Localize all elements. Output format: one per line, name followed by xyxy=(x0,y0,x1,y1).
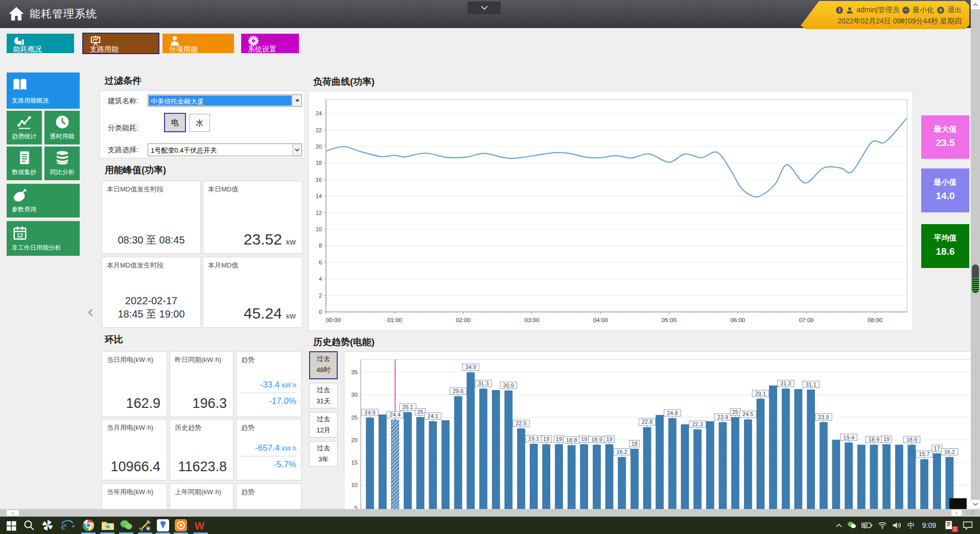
filter-heading: 过滤条件 xyxy=(105,75,142,87)
caret-down-icon xyxy=(295,100,299,102)
building-label: 建筑名称: xyxy=(108,96,138,106)
action-center-icon[interactable] xyxy=(963,521,973,530)
huanbi-card-r1c0: 当月用电(kW·h)10966.4 xyxy=(102,419,167,480)
wechat-icon[interactable] xyxy=(120,519,133,532)
month-md-date: 2022-02-17 xyxy=(102,295,200,307)
sidebar-item-2[interactable]: 逐时用能 xyxy=(44,111,80,144)
dish-icon xyxy=(12,188,28,204)
home-icon[interactable] xyxy=(8,5,25,22)
tab-branch[interactable]: 支路用能 xyxy=(83,34,158,53)
taskbar: eW 中 9:09 1 xyxy=(0,517,980,534)
resize-grip: ⋰ xyxy=(966,510,978,516)
wifi-icon[interactable] xyxy=(878,522,887,529)
tab-settings[interactable]: 系统设置 xyxy=(241,34,299,53)
minimize-label[interactable]: 最小化 xyxy=(913,6,934,15)
system-tray: 中 9:09 1 xyxy=(836,517,973,534)
svg-text:29.1: 29.1 xyxy=(755,391,766,397)
scroll-left-arrow[interactable]: ‹ xyxy=(7,510,19,516)
sidebar-item-6[interactable]: 12非工作日用能分析 xyxy=(7,221,80,256)
tray-chevron-icon[interactable] xyxy=(836,523,842,527)
user-name: admin|管理员 xyxy=(856,6,899,15)
svg-text:25: 25 xyxy=(732,409,738,415)
peak-card-month-md: 本月MD值 45.24 kW xyxy=(203,257,302,328)
logout-label[interactable]: 退出 xyxy=(947,6,962,15)
svg-text:14: 14 xyxy=(316,193,322,199)
sidebar-collapse-handle[interactable]: ‹ xyxy=(87,300,97,323)
scroll-down-arrow[interactable] xyxy=(971,500,980,509)
history-heading: 历史趋势(电能) xyxy=(313,336,375,348)
tab-overview[interactable]: 能耗概况 xyxy=(7,34,74,53)
ie-icon[interactable]: e xyxy=(60,519,74,532)
user-icon xyxy=(846,7,853,14)
chevron-down-icon xyxy=(481,6,488,10)
clock[interactable]: 9:09 xyxy=(922,521,936,529)
svg-text:0: 0 xyxy=(319,309,322,315)
svg-text:07:00: 07:00 xyxy=(799,317,814,323)
svg-text:25: 25 xyxy=(417,409,424,415)
scroll-up-arrow[interactable] xyxy=(971,0,980,9)
svg-text:16.2: 16.2 xyxy=(944,449,955,455)
svg-text:08:00: 08:00 xyxy=(868,317,882,323)
horizontal-scrollbar[interactable]: ‹ › ⋰ xyxy=(0,509,980,517)
vertical-scrollbar[interactable] xyxy=(971,0,980,509)
svg-text:06:00: 06:00 xyxy=(730,317,745,323)
huanbi-card-r1c2: 趋势-657.4 kW·h-5.7% xyxy=(236,419,301,480)
svg-text:12: 12 xyxy=(17,232,24,238)
energy-option-water[interactable]: 水 xyxy=(189,114,210,132)
range-button-31天[interactable]: 过去31天 xyxy=(309,383,338,408)
pinwheel-icon[interactable] xyxy=(41,519,54,532)
building-value: 中美信托金融大厦 xyxy=(149,95,292,106)
notification-icon[interactable]: 1 xyxy=(944,520,954,530)
svg-text:19.4: 19.4 xyxy=(843,434,854,441)
devtool-icon[interactable] xyxy=(138,519,152,532)
svg-text:24.8: 24.8 xyxy=(667,410,678,416)
peak-heading: 用能峰值(功率) xyxy=(105,164,166,176)
scroll-right-arrow[interactable]: › xyxy=(951,510,962,516)
tray-wechat-icon[interactable] xyxy=(847,521,856,530)
vertical-scroll-thumb[interactable] xyxy=(972,264,979,293)
peak-card-today-md: 本日MD值 23.52 kW xyxy=(203,181,302,254)
branch-select-arrow[interactable] xyxy=(292,144,301,156)
wps-icon[interactable]: W xyxy=(194,519,207,532)
building-select[interactable]: 中美信托金融大厦 xyxy=(148,94,302,107)
stat-min: 最小值14.0 xyxy=(921,168,969,212)
sidebar-item-0[interactable]: 支路用能概况 xyxy=(7,72,80,109)
range-button-3年[interactable]: 过去3年 xyxy=(309,441,338,467)
header-collapse-button[interactable] xyxy=(468,2,501,14)
minimize-icon[interactable]: − xyxy=(902,7,909,14)
volume-icon[interactable] xyxy=(892,521,901,529)
branch-value: 1号配变0.4千伏总开关 xyxy=(149,144,292,155)
stat-avg: 平均值18.6 xyxy=(921,224,969,268)
sidebar-item-5[interactable]: 参数查询 xyxy=(7,184,80,217)
ime-indicator[interactable]: 中 xyxy=(907,521,915,530)
range-button-12月[interactable]: 过去12月 xyxy=(309,412,338,438)
svg-text:01:00: 01:00 xyxy=(387,317,402,323)
loadcurve-heading: 负荷曲线(功率) xyxy=(313,76,375,88)
energy-label: 分类能耗: xyxy=(108,124,138,133)
app-title: 能耗管理系统 xyxy=(30,7,97,21)
info-icon[interactable]: i xyxy=(836,7,843,14)
svg-text:24: 24 xyxy=(316,110,322,116)
tooltip-box xyxy=(949,498,967,509)
search-icon[interactable] xyxy=(22,519,36,532)
battery-icon[interactable] xyxy=(861,522,873,529)
chrome-icon[interactable] xyxy=(82,519,95,532)
windows-start-icon[interactable] xyxy=(5,519,18,532)
building-select-arrow[interactable] xyxy=(292,95,301,106)
branch-select[interactable]: 1号配变0.4千伏总开关 xyxy=(148,143,302,156)
document-icon xyxy=(17,150,32,165)
svg-text:31.3: 31.3 xyxy=(478,380,488,386)
teambition-icon[interactable] xyxy=(156,519,170,532)
folder-icon[interactable] xyxy=(101,519,114,532)
sidebar-item-1[interactable]: 趋势统计 xyxy=(7,111,42,144)
svg-text:25: 25 xyxy=(351,415,358,421)
close-icon[interactable]: x xyxy=(937,7,944,14)
appstore-icon[interactable] xyxy=(174,519,188,532)
sidebar-item-4[interactable]: 同比分析 xyxy=(44,147,80,180)
sidebar-item-3[interactable]: 数据集抄 xyxy=(7,147,42,180)
chevron-down-icon xyxy=(295,149,299,152)
svg-text:19: 19 xyxy=(556,436,562,442)
energy-option-electric[interactable]: 电 xyxy=(164,113,186,132)
range-button-48时[interactable]: 过去48时 xyxy=(309,351,338,379)
tab-subitem[interactable]: 分项用能 xyxy=(162,34,234,53)
